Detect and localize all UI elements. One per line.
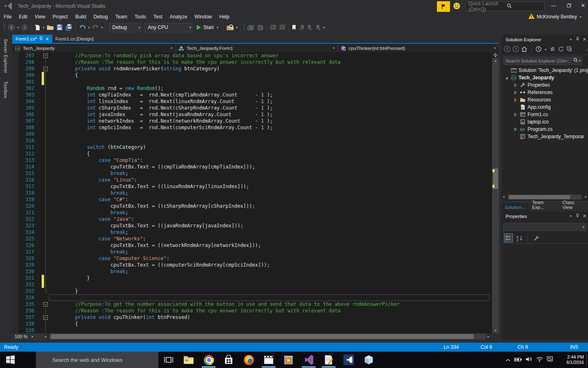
tree-item-resources[interactable]: Resources [501, 96, 588, 103]
code-line[interactable]: 313 case "CompTia": [12, 157, 492, 164]
restore-button[interactable] [563, 0, 575, 11]
find-in-files-icon[interactable] [225, 22, 235, 32]
menu-view[interactable]: View [31, 13, 49, 21]
tree-item-app-config[interactable]: App.config [501, 103, 588, 111]
chevron-collapsed-icon[interactable] [513, 91, 518, 94]
code-line[interactable]: 334 [12, 294, 492, 301]
notepad-icon[interactable] [323, 355, 334, 365]
code-line[interactable]: 305 int cSharpIndex = rnd.Next(cSharpRnd… [12, 105, 492, 111]
tab-server-explorer[interactable]: Server Explorer [0, 35, 11, 77]
start-debugging-button[interactable]: Start ▾ [194, 25, 221, 30]
editor-vertical-scrollbar[interactable]: ▲ ▼ [492, 52, 499, 333]
chevron-collapsed-icon[interactable] [513, 113, 518, 117]
new-file-dropdown[interactable]: ▾ [42, 26, 45, 29]
code-line[interactable]: 338 { [12, 321, 492, 327]
code-line[interactable]: 303 int cmpTiaIndex = rnd.Next(cmpTiaRnd… [12, 92, 492, 98]
menu-team[interactable]: Team [111, 13, 131, 21]
solution-explorer-search-input[interactable]: Search Solution Explorer (Ctrl+; ▾ [503, 56, 582, 65]
pending-changes-icon[interactable] [535, 46, 542, 54]
outdent-icon[interactable] [278, 22, 287, 32]
refresh-icon[interactable] [558, 46, 564, 54]
code-line[interactable]: 311 switch (btnCategory) [12, 144, 492, 150]
code-line[interactable]: 333 } [12, 288, 492, 294]
scrollbar-track[interactable] [50, 334, 486, 339]
code-line[interactable]: 308 int cmpSciIndex = rnd.Next(computerS… [12, 124, 492, 131]
cube-icon[interactable] [363, 355, 374, 365]
close-button[interactable]: ✕ [577, 0, 588, 11]
code-line[interactable]: 302 Random rnd = new Random(); [12, 85, 492, 92]
code-editor[interactable]: 297− //Purpose:To randomly pick array da… [12, 52, 492, 333]
chevron-collapsed-icon[interactable] [513, 128, 518, 131]
code-line[interactable]: 314 cpuTxtBx.Text = ((cmpTiaRndmArray[cm… [12, 164, 492, 170]
code-line[interactable]: 326 cpuTxtBx.Text = ((networkRndmArray[n… [12, 242, 492, 249]
back-icon[interactable] [504, 46, 510, 54]
chevron-expanded-icon[interactable] [504, 76, 509, 80]
chevron-down-icon[interactable]: ▾ [578, 59, 582, 63]
menu-analyze[interactable]: Analyze [166, 13, 191, 21]
pin-icon[interactable] [39, 36, 43, 42]
code-line[interactable]: 310 [12, 137, 492, 144]
navigate-icon[interactable] [246, 22, 256, 32]
close-icon[interactable]: ✕ [583, 37, 586, 42]
wifi-icon[interactable] [536, 356, 543, 364]
feedback-smiley-icon[interactable] [453, 2, 460, 11]
scroll-left-icon[interactable]: ◂ [503, 193, 505, 200]
next-bookmark-icon[interactable] [306, 22, 314, 32]
tab-solution[interactable]: Solution... [501, 203, 529, 211]
fold-box[interactable]: − [43, 54, 48, 58]
project-dropdown[interactable]: C# Tech_Jeopardy ▾ [12, 44, 176, 52]
chrome-icon[interactable] [203, 355, 214, 365]
tab-toolbox[interactable]: Toolbox [0, 77, 11, 102]
chevron-down-icon[interactable]: ▾ [544, 48, 547, 52]
menu-build[interactable]: Build [71, 13, 90, 21]
prev-bookmark-icon[interactable] [298, 22, 306, 32]
code-line[interactable]: 309 [12, 131, 492, 137]
code-line[interactable]: 321 break; [12, 209, 492, 216]
battery-icon[interactable] [514, 356, 522, 364]
open-folder-icon[interactable] [45, 22, 55, 32]
taskbar-clock[interactable]: 2:44 PM 6/1/2016 [560, 355, 584, 365]
code-line[interactable]: 312 { [12, 150, 492, 157]
code-line[interactable]: 318 break; [12, 190, 492, 196]
code-line[interactable]: 298 //Reason :The reason for this is to … [12, 59, 492, 65]
undo-icon[interactable] [78, 22, 87, 32]
menu-debug[interactable]: Debug [90, 13, 111, 21]
tab-class-view[interactable]: Class View [559, 198, 588, 211]
code-line[interactable]: 322 case "Java": [12, 216, 492, 222]
code-line[interactable]: 324 break; [12, 229, 492, 236]
tab-form1-cs[interactable]: Form1.cs* ✕ [12, 35, 52, 43]
code-line[interactable]: 330 break; [12, 268, 492, 275]
action-center-icon[interactable] [547, 356, 553, 364]
fold-box[interactable]: − [43, 315, 48, 320]
properties-header[interactable]: Properties ▾ ✕ [501, 211, 588, 221]
nav-back-dropdown[interactable]: ▾ [16, 26, 20, 29]
taskbar-search-input[interactable]: Search the web and Windows [36, 352, 158, 368]
code-line[interactable]: 300 { [12, 72, 492, 79]
code-line[interactable]: 297− //Purpose:To randomly pick array da… [12, 52, 492, 59]
splitter-handle[interactable] [492, 52, 499, 58]
code-line[interactable]: 316 case "Linux": [12, 177, 492, 183]
collapse-all-icon[interactable] [566, 46, 573, 54]
fold-box[interactable]: − [43, 302, 48, 307]
pin-icon[interactable] [576, 37, 579, 42]
code-line[interactable]: 319 case "C#": [12, 196, 492, 203]
alphabetical-icon[interactable]: AZ [515, 234, 523, 242]
chevron-collapsed-icon[interactable] [513, 98, 518, 102]
close-icon[interactable]: ✕ [583, 213, 586, 219]
solution-configuration-select[interactable]: Debug▾ [109, 23, 141, 32]
tree-item-tech-jeopardy-temporar[interactable]: Tech_Jeopardy_Temporar [501, 133, 588, 140]
redo-icon[interactable] [91, 22, 100, 32]
quick-launch-input[interactable]: Quick Launch (Ctrl+Q) [466, 2, 545, 11]
editor-horizontal-scrollbar[interactable]: 100 %▾ ◂ ▸ [12, 333, 492, 340]
scroll-up-icon[interactable]: ▲ [492, 59, 499, 63]
code-line[interactable]: 325 case "Networks": [12, 236, 492, 242]
chevron-down-icon[interactable]: ▾ [569, 214, 572, 218]
minimize-button[interactable]: — [548, 0, 560, 11]
firefox-icon[interactable] [243, 355, 254, 365]
indent-icon[interactable] [269, 22, 278, 32]
code-line[interactable]: 307 int networkIndex = rnd.Next(networkR… [12, 118, 492, 124]
navigate-alt-icon[interactable] [256, 22, 265, 32]
scroll-right-icon[interactable]: ▸ [488, 333, 490, 340]
tree-item-solution-tech-jeopardy-1-proje[interactable]: ∞Solution 'Tech_Jeopardy' (1 proje [501, 67, 588, 74]
code-line[interactable]: 339 [12, 327, 492, 333]
